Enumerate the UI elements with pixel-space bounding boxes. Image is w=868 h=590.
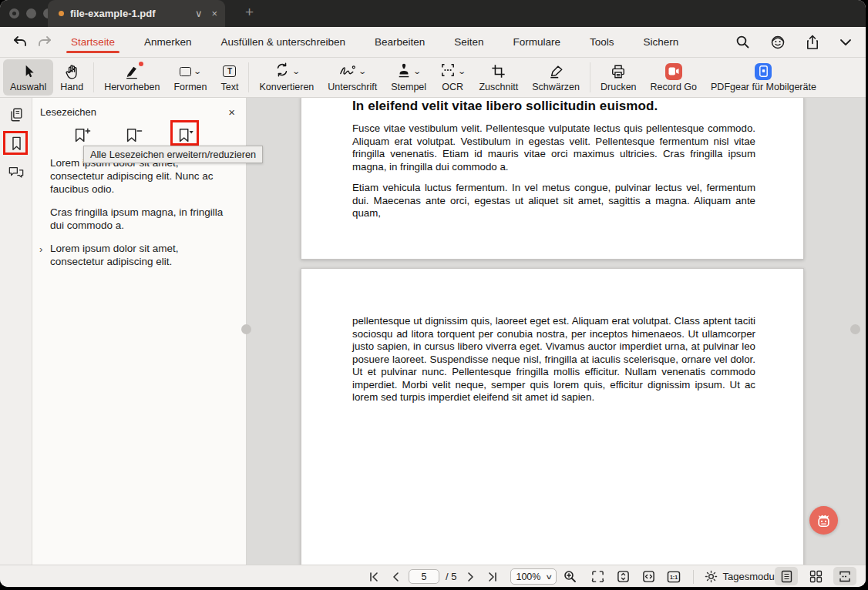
comments-icon (8, 165, 25, 180)
pdf-paragraph: pellentesque ut dignissim quis, laoreet … (352, 315, 755, 404)
search-icon[interactable] (735, 35, 750, 49)
pdf-page-2[interactable]: pellentesque ut dignissim quis, laoreet … (301, 268, 804, 565)
remove-bookmark-button[interactable] (123, 125, 143, 146)
menu-tabs: Startseite Anmerken Ausfüllen & untersch… (69, 28, 680, 55)
content-area: Lesezeichen × Lorem ipsum dolor sit amet… (0, 98, 866, 565)
titlebar: file-example-1.pdf ∨ × + (0, 0, 866, 27)
fit-height-button[interactable] (614, 568, 631, 585)
fit-width-button[interactable] (640, 568, 657, 585)
notification-dot (139, 62, 143, 66)
actual-size-button[interactable]: 1:1 (665, 568, 682, 585)
menu-tab-anmerken[interactable]: Anmerken (143, 28, 193, 55)
first-page-button[interactable] (365, 568, 382, 585)
next-page-button[interactable] (463, 568, 479, 585)
two-page-view-button[interactable] (804, 567, 827, 585)
zoom-value: 100% (516, 572, 540, 582)
new-tab-button[interactable]: + (245, 4, 254, 21)
svg-text:1:1: 1:1 (670, 575, 678, 580)
chevron-down-icon: ⌄ (412, 67, 422, 75)
expand-chevron-icon[interactable]: › (39, 243, 42, 256)
menu-tab-startseite[interactable]: Startseite (69, 28, 116, 55)
bookmark-remove-icon (124, 126, 143, 145)
pdf-heading: In eleifend velit vitae libero sollicitu… (352, 98, 755, 114)
fit-page-button[interactable] (589, 568, 606, 585)
chevron-down-icon: ⌄ (291, 67, 301, 75)
toolbar-separator (590, 62, 590, 92)
tab-close-icon[interactable]: × (211, 8, 217, 19)
redo-icon[interactable] (38, 35, 52, 49)
right-panel-handle[interactable] (850, 324, 860, 334)
minimize-window-button[interactable] (26, 8, 36, 18)
toolbar: Auswahl Hand Hervorheben ⌄ Formen (0, 58, 866, 98)
mobile-device-icon (755, 63, 772, 80)
menubar: Startseite Anmerken Ausfüllen & untersch… (0, 27, 866, 58)
hand-tool-button[interactable]: Hand (53, 59, 90, 96)
redact-tool-button[interactable]: Schwärzen (525, 59, 587, 96)
stamp-tool-button[interactable]: ⌄ Stempel (384, 59, 433, 96)
bookmark-item[interactable]: › Lorem ipsum dolor sit amet, consectetu… (50, 242, 234, 268)
record-go-button[interactable]: Record Go (644, 59, 704, 96)
bookmark-add-icon (72, 126, 91, 145)
menu-tab-ausfuellen[interactable]: Ausfüllen & unterschreiben (220, 28, 347, 55)
document-viewport[interactable]: In eleifend velit vitae libero sollicitu… (247, 98, 866, 565)
document-tab[interactable]: file-example-1.pdf ∨ × (48, 0, 225, 27)
panel-title: Lesezeichen (40, 106, 96, 118)
chevron-down-icon: ∨ (545, 573, 553, 581)
tab-chevron-down-icon[interactable]: ∨ (195, 8, 203, 19)
menu-tab-tools[interactable]: Tools (588, 28, 616, 55)
zoom-level-select[interactable]: 100% ∨ (510, 568, 557, 585)
ocr-tool-button[interactable]: ⌄ OCR (433, 59, 472, 96)
crop-tool-button[interactable]: Zuschnitt (472, 59, 525, 96)
statusbar: / 5 100% ∨ 1:1 (0, 565, 866, 587)
bookmark-item[interactable]: Cras fringilla ipsum magna, in fringilla… (50, 206, 234, 232)
add-bookmark-button[interactable] (72, 125, 92, 146)
record-go-icon (665, 63, 682, 80)
select-tool-button[interactable]: Auswahl (3, 59, 53, 96)
statusbar-separator (693, 570, 694, 584)
continuous-scroll-view-button[interactable] (833, 567, 856, 585)
pdf-page-1[interactable]: In eleifend velit vitae libero sollicitu… (301, 98, 804, 260)
page-total-label: / 5 (446, 571, 456, 582)
assistant-fab-button[interactable] (809, 506, 838, 535)
ocr-icon (440, 63, 456, 80)
printer-icon (611, 62, 626, 81)
signature-tool-button[interactable]: ⌄ Unterschrift (321, 59, 384, 96)
crop-icon (491, 62, 506, 81)
annotation-box-expand-collapse (170, 120, 199, 146)
comments-panel-button[interactable] (7, 163, 25, 182)
menu-tab-bearbeiten[interactable]: Bearbeiten (373, 28, 426, 55)
convert-tool-button[interactable]: ⌄ Konvertieren (252, 59, 321, 96)
unsaved-indicator-icon (59, 11, 64, 16)
single-page-view-button[interactable] (775, 567, 798, 585)
pdf-paragraph: Fusce vitae vestibulum velit. Pellentesq… (352, 122, 755, 173)
chevron-down-icon: ⌄ (457, 67, 466, 75)
last-page-button[interactable] (484, 568, 501, 585)
annotation-box-bookmarks-button (3, 131, 28, 155)
collapse-toolbar-chevron-icon[interactable] (839, 39, 852, 46)
support-icon[interactable] (770, 35, 786, 50)
menu-tab-seiten[interactable]: Seiten (453, 28, 485, 55)
text-tool-button[interactable]: T Text (214, 59, 245, 96)
page-number-input[interactable] (409, 569, 439, 584)
toolbar-separator (248, 62, 249, 92)
pages-icon (8, 107, 24, 122)
shapes-tool-button[interactable]: ⌄ Formen (167, 59, 214, 96)
day-mode-toggle[interactable]: Tagesmodus (705, 570, 779, 583)
highlight-tool-button[interactable]: Hervorheben (97, 59, 167, 96)
pdfgear-mobile-button[interactable]: PDFgear für Mobilgeräte (704, 59, 823, 96)
robot-icon (816, 513, 832, 528)
previous-page-button[interactable] (387, 568, 404, 585)
menu-tab-formulare[interactable]: Formulare (512, 28, 563, 55)
thumbnails-panel-button[interactable] (7, 106, 25, 124)
panel-close-icon[interactable]: × (228, 106, 235, 119)
toolbar-separator (93, 62, 94, 92)
signature-icon (339, 63, 356, 80)
undo-icon[interactable] (12, 35, 27, 49)
share-icon[interactable] (806, 35, 819, 50)
zoom-in-button[interactable] (561, 568, 578, 585)
tooltip: Alle Lesezeichen erweitern/reduzieren (83, 146, 263, 163)
bookmark-list: Lorem ipsum dolor sit amet, consectetur … (50, 156, 234, 278)
menu-tab-sichern[interactable]: Sichern (642, 28, 681, 55)
print-button[interactable]: Drucken (594, 59, 644, 96)
close-window-button[interactable] (9, 8, 19, 18)
